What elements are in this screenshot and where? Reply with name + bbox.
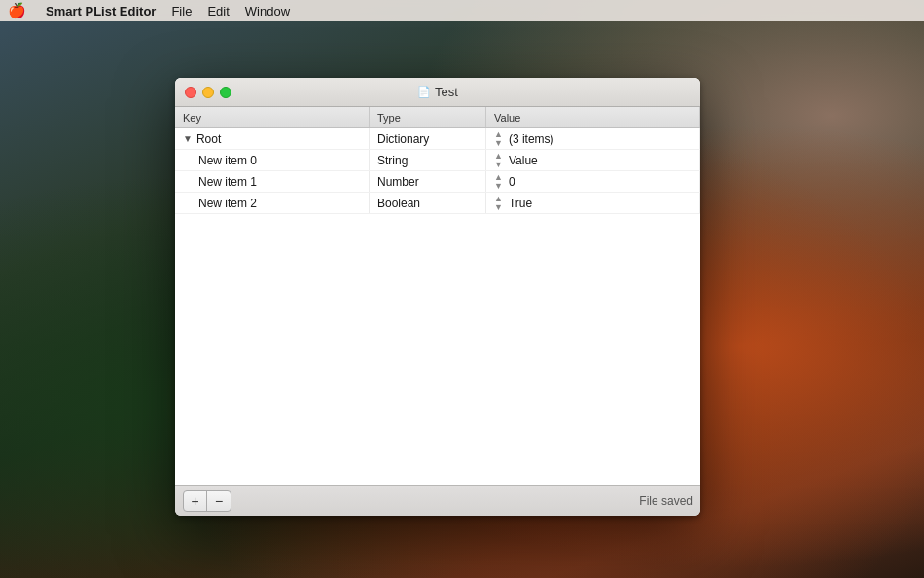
menu-window[interactable]: Window <box>245 4 290 18</box>
column-header-type: Type <box>370 107 486 127</box>
cell-value-item1: ▲▼ 0 <box>486 171 700 192</box>
stepper-icon[interactable]: ▲▼ <box>494 130 503 148</box>
cell-value-item0: ▲▼ Value <box>486 150 700 170</box>
add-button[interactable]: + <box>184 491 207 511</box>
table-header: Key Type Value <box>175 107 700 128</box>
column-header-key: Key <box>175 107 370 127</box>
minimize-button[interactable] <box>202 87 214 98</box>
cell-key-item1: New item 1 <box>175 171 370 192</box>
menu-edit[interactable]: Edit <box>207 4 229 18</box>
cell-key-item0: New item 0 <box>175 150 370 170</box>
stepper-icon[interactable]: ▲▼ <box>494 152 503 169</box>
cell-type-item2: Boolean <box>370 193 486 213</box>
titlebar: 📄 Test <box>175 78 700 107</box>
menubar: 🍎 Smart PList Editor File Edit Window <box>0 0 924 21</box>
column-header-value: Value <box>486 107 700 127</box>
add-remove-controls: + − <box>183 490 231 512</box>
bottom-bar: + − File saved <box>175 485 700 516</box>
zoom-button[interactable] <box>220 87 231 98</box>
apple-menu-icon[interactable]: 🍎 <box>8 2 26 19</box>
stepper-icon[interactable]: ▲▼ <box>494 195 503 212</box>
app-name: Smart PList Editor <box>46 4 156 18</box>
window-title: Test <box>435 85 458 99</box>
stepper-icon[interactable]: ▲▼ <box>494 173 503 191</box>
document-icon: 📄 <box>417 86 431 98</box>
table-body: ▼ Root Dictionary ▲▼ (3 items) New item … <box>175 128 700 485</box>
cell-key-root: ▼ Root <box>175 128 370 149</box>
table-row[interactable]: New item 1 Number ▲▼ 0 <box>175 171 700 193</box>
cell-type-item1: Number <box>370 171 486 192</box>
menu-file[interactable]: File <box>171 4 192 18</box>
cell-value-root: ▲▼ (3 items) <box>486 128 700 149</box>
cell-key-item2: New item 2 <box>175 193 370 213</box>
remove-button[interactable]: − <box>207 491 231 511</box>
table-container: Key Type Value ▼ Root Dictionary ▲▼ (3 i… <box>175 107 700 485</box>
close-button[interactable] <box>185 87 196 98</box>
table-row[interactable]: New item 0 String ▲▼ Value <box>175 150 700 171</box>
cell-type-root: Dictionary <box>370 128 486 149</box>
cell-type-item0: String <box>370 150 486 170</box>
cell-value-item2: ▲▼ True <box>486 193 700 213</box>
status-message: File saved <box>639 494 693 508</box>
traffic-lights <box>185 87 231 98</box>
table-row[interactable]: ▼ Root Dictionary ▲▼ (3 items) <box>175 128 700 150</box>
disclosure-triangle-icon[interactable]: ▼ <box>183 133 193 144</box>
main-window: 📄 Test Key Type Value ▼ Root Dictionary <box>175 78 700 516</box>
table-row[interactable]: New item 2 Boolean ▲▼ True <box>175 193 700 214</box>
